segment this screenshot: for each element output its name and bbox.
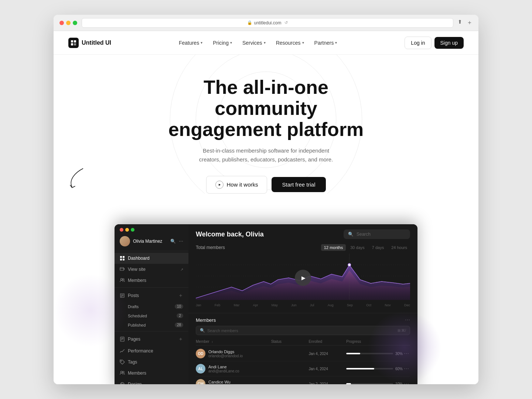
sidebar-item-design[interactable]: Design [115, 379, 188, 384]
chevron-down-icon: ▾ [335, 41, 337, 45]
header-icons: 🔍 ⋯ [170, 239, 183, 244]
sidebar-item-posts[interactable]: Posts ＋ [115, 289, 188, 302]
start-trial-button[interactable]: Start free trial [272, 177, 325, 192]
browser-dots [59, 21, 77, 25]
members-search[interactable]: 🔍 Search members ⊞ ⌘/ [196, 326, 410, 335]
new-tab-icon[interactable]: ＋ [467, 19, 473, 27]
tab-7days[interactable]: 7 days [369, 244, 387, 251]
welcome-title: Welcome back, Olivia [196, 231, 264, 238]
avatar: CW [196, 379, 205, 384]
nav-features[interactable]: Features ▾ [174, 37, 207, 49]
chart-title: Total members [196, 245, 225, 250]
table-row: AL Andi Lane andi@andiLane.co Jan 4, 202… [196, 361, 410, 376]
login-button[interactable]: Log in [405, 37, 431, 49]
sidebar-item-pages[interactable]: Pages ＋ [115, 333, 188, 345]
search-icon[interactable]: 🔍 [170, 239, 176, 244]
tab-12months[interactable]: 12 months [321, 244, 346, 251]
members-options-icon[interactable]: ⋯ [405, 317, 410, 323]
avatar: OD [196, 349, 205, 358]
sidebar-dot-yellow [125, 228, 129, 232]
sidebar-label-drafts: Drafts [128, 304, 139, 309]
dashboard-overlay: Olivia Martinez 🔍 ⋯ [115, 224, 417, 384]
sidebar-item-viewsite[interactable]: View site ↗ [115, 264, 188, 275]
logo[interactable]: Untitled UI [68, 38, 111, 48]
dot-yellow[interactable] [66, 21, 71, 25]
browser-content: Untitled UI Features ▾ Pricing ▾ Service… [54, 31, 478, 384]
main-nav: Untitled UI Features ▾ Pricing ▾ Service… [54, 31, 478, 55]
add-page-icon[interactable]: ＋ [178, 336, 183, 342]
sidebar-label-scheduled: Scheduled [128, 314, 147, 318]
sidebar-dot-red [120, 228, 123, 232]
marketing-page: Untitled UI Features ▾ Pricing ▾ Service… [54, 31, 478, 384]
svg-point-16 [123, 279, 124, 280]
play-button[interactable]: ▶ [295, 270, 311, 286]
dashboard-header: Welcome back, Olivia 🔍 Search [188, 224, 417, 244]
sidebar-item-dashboard[interactable]: Dashboard [115, 253, 188, 264]
chevron-down-icon: ▾ [302, 41, 304, 45]
sidebar-label-tags: Tags [128, 359, 137, 365]
sidebar-item-performance[interactable]: Performance [115, 345, 188, 357]
sidebar-sub-published[interactable]: Published 28 [115, 320, 188, 330]
published-badge: 28 [175, 323, 183, 327]
sidebar-label-members-nav: Members [128, 278, 146, 283]
svg-rect-9 [120, 259, 122, 260]
svg-rect-7 [120, 256, 122, 258]
tab-24hours[interactable]: 24 hours [388, 244, 410, 251]
chart-area: ▶ [196, 254, 410, 302]
more-icon[interactable]: ⋯ [179, 239, 183, 244]
progress-pct: 60% [395, 367, 403, 371]
sidebar-label-performance: Performance [128, 348, 153, 354]
divider [115, 287, 188, 288]
sidebar-item-members-nav[interactable]: Members [115, 275, 188, 286]
share-icon[interactable]: ⬆ [458, 19, 462, 27]
sidebar-header: Olivia Martinez 🔍 ⋯ [115, 232, 188, 251]
member-email: hello@candicewu.com [208, 384, 245, 385]
members-header: Members ⋯ [196, 313, 410, 326]
col-member[interactable]: Member ↕ [196, 340, 271, 344]
svg-rect-8 [123, 256, 125, 258]
nav-services[interactable]: Services ▾ [238, 37, 270, 49]
play-icon: ▶ [215, 181, 224, 189]
dot-red[interactable] [59, 21, 64, 25]
tab-30days[interactable]: 30 days [347, 244, 368, 251]
progress-fill [346, 383, 351, 384]
members-section: Members ⋯ 🔍 Search members ⊞ ⌘/ [188, 313, 417, 384]
logo-icon [68, 38, 79, 48]
signup-button[interactable]: Sign up [434, 37, 464, 49]
member-info: Andi Lane andi@andiLane.co [208, 365, 239, 373]
svg-rect-5 [71, 43, 73, 45]
url-text: untitledui.com [254, 20, 281, 25]
add-post-icon[interactable]: ＋ [178, 292, 183, 299]
sort-icon: ↕ [211, 340, 213, 344]
nav-pricing[interactable]: Pricing ▾ [208, 37, 236, 49]
row-action-icon[interactable]: ⋯ [403, 366, 410, 372]
nav-actions: Log in Sign up [405, 37, 464, 49]
nav-resources[interactable]: Resources ▾ [272, 37, 308, 49]
svg-rect-3 [71, 40, 73, 42]
search-box[interactable]: 🔍 Search [344, 229, 410, 239]
drafts-badge: 10 [175, 304, 183, 309]
logo-text: Untitled UI [82, 40, 111, 46]
address-bar[interactable]: 🔒 untitledui.com ↺ [82, 18, 453, 28]
chevron-down-icon: ▾ [230, 41, 232, 45]
how-it-works-button[interactable]: ▶ How it works [206, 176, 267, 194]
browser-toolbar: 🔒 untitledui.com ↺ ⬆ ＋ [54, 15, 478, 31]
hero-arrow [61, 165, 91, 192]
avatar: AL [196, 364, 205, 374]
member-name: Candice Wu [208, 380, 245, 384]
sidebar-label-members: Members [128, 371, 146, 376]
nav-partners[interactable]: Partners ▾ [310, 37, 342, 49]
sidebar-item-tags[interactable]: Tags [115, 357, 188, 368]
sidebar-label-published: Published [128, 323, 146, 327]
member-email: orlando@orlandod.io [208, 354, 243, 358]
scheduled-badge: 2 [177, 313, 183, 318]
sidebar-sub-drafts[interactable]: Drafts 10 [115, 302, 188, 311]
sidebar-item-members[interactable]: Members [115, 368, 188, 379]
sidebar-sub-scheduled[interactable]: Scheduled 2 [115, 311, 188, 320]
row-action-icon[interactable]: ⋯ [403, 351, 410, 357]
chart-section: Total members 12 months 30 days 7 days [188, 244, 417, 313]
col-progress: Progress [346, 340, 403, 344]
dot-green[interactable] [73, 21, 77, 25]
row-action-icon[interactable]: ⋯ [403, 381, 410, 384]
members-search-placeholder: Search members [207, 328, 395, 333]
